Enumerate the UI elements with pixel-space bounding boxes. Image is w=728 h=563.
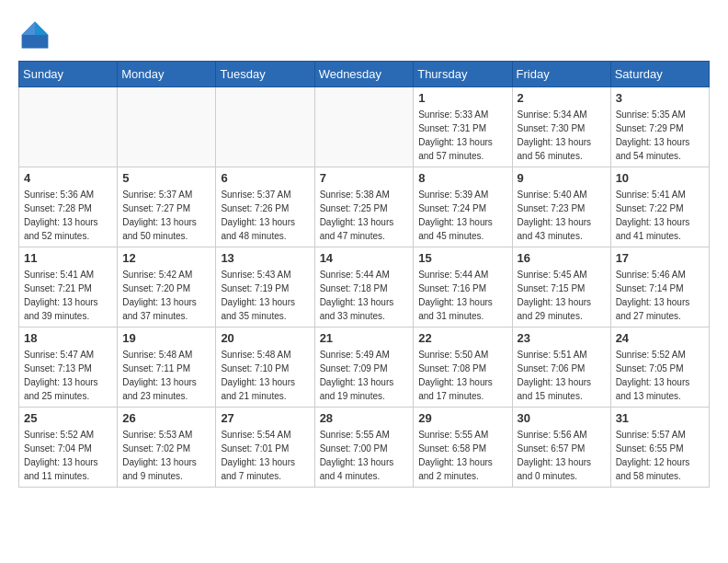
day-info: Sunrise: 5:48 AM Sunset: 7:10 PM Dayligh…	[221, 348, 309, 403]
day-info: Sunrise: 5:36 AM Sunset: 7:28 PM Dayligh…	[24, 188, 112, 243]
calendar-cell	[118, 87, 216, 167]
day-number: 5	[122, 171, 210, 185]
calendar-cell: 23Sunrise: 5:51 AM Sunset: 7:06 PM Dayli…	[512, 327, 610, 408]
calendar-cell: 29Sunrise: 5:55 AM Sunset: 6:58 PM Dayli…	[414, 408, 512, 488]
day-number: 21	[320, 331, 409, 345]
day-info: Sunrise: 5:34 AM Sunset: 7:30 PM Dayligh…	[518, 108, 606, 163]
day-info: Sunrise: 5:44 AM Sunset: 7:16 PM Dayligh…	[418, 268, 506, 323]
day-number: 22	[418, 331, 506, 345]
day-info: Sunrise: 5:56 AM Sunset: 6:57 PM Dayligh…	[518, 428, 606, 483]
day-info: Sunrise: 5:50 AM Sunset: 7:08 PM Dayligh…	[418, 348, 506, 403]
calendar-cell	[19, 87, 118, 167]
weekday-header-sunday: Sunday	[19, 62, 118, 87]
day-info: Sunrise: 5:37 AM Sunset: 7:26 PM Dayligh…	[221, 188, 309, 243]
day-info: Sunrise: 5:35 AM Sunset: 7:29 PM Dayligh…	[616, 108, 704, 163]
day-number: 27	[221, 411, 309, 425]
day-number: 2	[518, 91, 606, 105]
calendar-cell: 4Sunrise: 5:36 AM Sunset: 7:28 PM Daylig…	[19, 167, 118, 247]
day-info: Sunrise: 5:55 AM Sunset: 7:00 PM Dayligh…	[320, 428, 409, 483]
day-number: 12	[122, 251, 210, 265]
calendar-cell: 22Sunrise: 5:50 AM Sunset: 7:08 PM Dayli…	[414, 327, 512, 408]
calendar-cell: 21Sunrise: 5:49 AM Sunset: 7:09 PM Dayli…	[314, 327, 414, 408]
logo-icon	[18, 18, 51, 52]
calendar-cell: 25Sunrise: 5:52 AM Sunset: 7:04 PM Dayli…	[19, 408, 118, 488]
day-number: 6	[221, 171, 309, 185]
calendar-cell: 30Sunrise: 5:56 AM Sunset: 6:57 PM Dayli…	[512, 408, 610, 488]
day-number: 15	[418, 251, 506, 265]
calendar-cell: 26Sunrise: 5:53 AM Sunset: 7:02 PM Dayli…	[118, 408, 216, 488]
calendar-cell: 10Sunrise: 5:41 AM Sunset: 7:22 PM Dayli…	[610, 167, 709, 247]
calendar-cell: 12Sunrise: 5:42 AM Sunset: 7:20 PM Dayli…	[118, 247, 216, 327]
calendar-cell: 19Sunrise: 5:48 AM Sunset: 7:11 PM Dayli…	[118, 327, 216, 408]
day-info: Sunrise: 5:33 AM Sunset: 7:31 PM Dayligh…	[418, 108, 506, 163]
day-number: 7	[320, 171, 409, 185]
day-info: Sunrise: 5:40 AM Sunset: 7:23 PM Dayligh…	[518, 188, 606, 243]
calendar-cell: 14Sunrise: 5:44 AM Sunset: 7:18 PM Dayli…	[314, 247, 414, 327]
weekday-header-saturday: Saturday	[610, 62, 709, 87]
day-info: Sunrise: 5:51 AM Sunset: 7:06 PM Dayligh…	[518, 348, 606, 403]
day-info: Sunrise: 5:41 AM Sunset: 7:21 PM Dayligh…	[24, 268, 112, 323]
day-info: Sunrise: 5:48 AM Sunset: 7:11 PM Dayligh…	[122, 348, 210, 403]
calendar-week-row: 25Sunrise: 5:52 AM Sunset: 7:04 PM Dayli…	[19, 408, 710, 488]
day-number: 8	[418, 171, 506, 185]
page-header	[18, 18, 710, 52]
calendar-cell: 16Sunrise: 5:45 AM Sunset: 7:15 PM Dayli…	[512, 247, 610, 327]
day-number: 29	[418, 411, 506, 425]
weekday-header-thursday: Thursday	[414, 62, 512, 87]
calendar-cell: 24Sunrise: 5:52 AM Sunset: 7:05 PM Dayli…	[610, 327, 709, 408]
weekday-header-monday: Monday	[118, 62, 216, 87]
day-number: 25	[24, 411, 112, 425]
calendar-cell: 3Sunrise: 5:35 AM Sunset: 7:29 PM Daylig…	[610, 87, 709, 167]
day-info: Sunrise: 5:45 AM Sunset: 7:15 PM Dayligh…	[518, 268, 606, 323]
day-number: 9	[518, 171, 606, 185]
day-number: 4	[24, 171, 112, 185]
day-info: Sunrise: 5:57 AM Sunset: 6:55 PM Dayligh…	[616, 428, 704, 483]
day-info: Sunrise: 5:38 AM Sunset: 7:25 PM Dayligh…	[320, 188, 409, 243]
day-number: 16	[518, 251, 606, 265]
calendar-cell: 13Sunrise: 5:43 AM Sunset: 7:19 PM Dayli…	[216, 247, 314, 327]
calendar-cell: 20Sunrise: 5:48 AM Sunset: 7:10 PM Dayli…	[216, 327, 314, 408]
weekday-header-friday: Friday	[512, 62, 610, 87]
day-number: 23	[518, 331, 606, 345]
calendar-week-row: 1Sunrise: 5:33 AM Sunset: 7:31 PM Daylig…	[19, 87, 710, 167]
calendar-cell	[216, 87, 314, 167]
day-number: 28	[320, 411, 409, 425]
calendar-week-row: 11Sunrise: 5:41 AM Sunset: 7:21 PM Dayli…	[19, 247, 710, 327]
day-info: Sunrise: 5:53 AM Sunset: 7:02 PM Dayligh…	[122, 428, 210, 483]
weekday-header-tuesday: Tuesday	[216, 62, 314, 87]
svg-marker-2	[22, 22, 35, 35]
day-info: Sunrise: 5:41 AM Sunset: 7:22 PM Dayligh…	[616, 188, 704, 243]
day-info: Sunrise: 5:47 AM Sunset: 7:13 PM Dayligh…	[24, 348, 112, 403]
calendar-cell: 11Sunrise: 5:41 AM Sunset: 7:21 PM Dayli…	[19, 247, 118, 327]
calendar-cell: 2Sunrise: 5:34 AM Sunset: 7:30 PM Daylig…	[512, 87, 610, 167]
calendar-cell: 28Sunrise: 5:55 AM Sunset: 7:00 PM Dayli…	[314, 408, 414, 488]
day-info: Sunrise: 5:52 AM Sunset: 7:04 PM Dayligh…	[24, 428, 112, 483]
day-info: Sunrise: 5:37 AM Sunset: 7:27 PM Dayligh…	[122, 188, 210, 243]
day-number: 17	[616, 251, 704, 265]
calendar-week-row: 4Sunrise: 5:36 AM Sunset: 7:28 PM Daylig…	[19, 167, 710, 247]
day-info: Sunrise: 5:55 AM Sunset: 6:58 PM Dayligh…	[418, 428, 506, 483]
day-number: 20	[221, 331, 309, 345]
day-number: 11	[24, 251, 112, 265]
day-number: 3	[616, 91, 704, 105]
day-number: 10	[616, 171, 704, 185]
day-number: 24	[616, 331, 704, 345]
calendar-cell: 18Sunrise: 5:47 AM Sunset: 7:13 PM Dayli…	[19, 327, 118, 408]
calendar-cell: 15Sunrise: 5:44 AM Sunset: 7:16 PM Dayli…	[414, 247, 512, 327]
day-info: Sunrise: 5:52 AM Sunset: 7:05 PM Dayligh…	[616, 348, 704, 403]
day-info: Sunrise: 5:42 AM Sunset: 7:20 PM Dayligh…	[122, 268, 210, 323]
calendar-cell: 5Sunrise: 5:37 AM Sunset: 7:27 PM Daylig…	[118, 167, 216, 247]
day-number: 30	[518, 411, 606, 425]
day-number: 31	[616, 411, 704, 425]
day-number: 18	[24, 331, 112, 345]
calendar-cell: 8Sunrise: 5:39 AM Sunset: 7:24 PM Daylig…	[414, 167, 512, 247]
day-info: Sunrise: 5:49 AM Sunset: 7:09 PM Dayligh…	[320, 348, 409, 403]
day-info: Sunrise: 5:39 AM Sunset: 7:24 PM Dayligh…	[418, 188, 506, 243]
calendar-cell: 9Sunrise: 5:40 AM Sunset: 7:23 PM Daylig…	[512, 167, 610, 247]
logo	[18, 18, 57, 52]
day-number: 26	[122, 411, 210, 425]
calendar-cell: 31Sunrise: 5:57 AM Sunset: 6:55 PM Dayli…	[610, 408, 709, 488]
calendar-table: SundayMondayTuesdayWednesdayThursdayFrid…	[18, 61, 710, 488]
calendar-cell	[314, 87, 414, 167]
calendar-week-row: 18Sunrise: 5:47 AM Sunset: 7:13 PM Dayli…	[19, 327, 710, 408]
